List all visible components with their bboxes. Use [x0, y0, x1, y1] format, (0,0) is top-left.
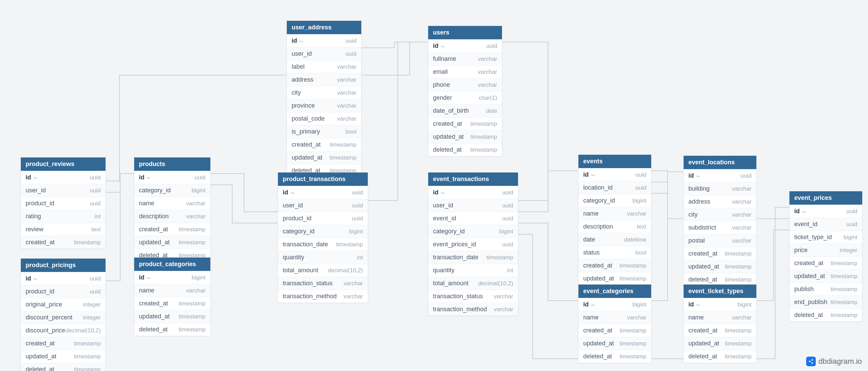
table-header[interactable]: event_prices — [789, 191, 862, 205]
column-row[interactable]: ticket_type_idbigint — [789, 231, 862, 244]
column-row[interactable]: user_iduuid — [278, 199, 368, 212]
column-row[interactable]: created_attimestamp — [428, 117, 502, 130]
column-row[interactable]: subdistrictvarchar — [684, 221, 756, 234]
column-row[interactable]: product_iduuid — [21, 285, 106, 298]
column-row[interactable]: updated_attimestamp — [789, 270, 862, 283]
column-row[interactable]: date_of_birthdate — [428, 104, 502, 117]
column-row[interactable]: addressvarchar — [287, 73, 361, 86]
column-row[interactable]: descriptionvarchar — [134, 210, 210, 223]
table-header[interactable]: event_ticket_types — [684, 285, 756, 298]
table-product_categories[interactable]: product_categoriesidbigintnamevarcharcre… — [134, 257, 211, 336]
column-row[interactable]: iduuid — [21, 272, 106, 285]
column-row[interactable]: phonevarchar — [428, 78, 502, 91]
table-header[interactable]: event_transactions — [428, 173, 518, 186]
column-row[interactable]: fullnamevarchar — [428, 52, 502, 65]
column-row[interactable]: user_iduuid — [287, 47, 361, 60]
table-header[interactable]: event_locations — [684, 156, 756, 169]
column-row[interactable]: idbigint — [684, 298, 756, 311]
column-row[interactable]: reviewtext — [21, 223, 106, 236]
table-product_transactions[interactable]: product_transactionsiduuiduser_iduuidpro… — [278, 172, 368, 303]
column-row[interactable]: ratingint — [21, 210, 106, 223]
column-row[interactable]: provincevarchar — [287, 99, 361, 112]
column-row[interactable]: event_iduuid — [789, 218, 862, 231]
column-row[interactable]: total_amountdecimal(10,2) — [278, 264, 368, 277]
column-row[interactable]: created_attimestamp — [789, 257, 862, 270]
column-row[interactable]: transaction_datetimestamp — [278, 238, 368, 251]
column-row[interactable]: category_idbigint — [428, 225, 518, 238]
column-row[interactable]: updated_attimestamp — [684, 260, 756, 273]
table-product_pricings[interactable]: product_pricingsiduuidproduct_iduuidorig… — [20, 258, 106, 371]
column-row[interactable]: category_idbigint — [134, 184, 210, 197]
column-row[interactable]: created_attimestamp — [684, 324, 756, 337]
column-row[interactable]: updated_attimestamp — [578, 337, 651, 350]
table-header[interactable]: product_transactions — [278, 173, 368, 186]
column-row[interactable]: created_attimestamp — [21, 236, 106, 249]
table-header[interactable]: product_reviews — [21, 157, 106, 171]
column-row[interactable]: cityvarchar — [287, 86, 361, 99]
column-row[interactable]: postal_codevarchar — [287, 112, 361, 125]
column-row[interactable]: created_attimestamp — [578, 324, 651, 337]
column-row[interactable]: transaction_methodvarchar — [278, 290, 368, 303]
column-row[interactable]: transaction_datetimestamp — [428, 251, 518, 264]
column-row[interactable]: updated_attimestamp — [134, 310, 210, 323]
column-row[interactable]: genderchar(1) — [428, 91, 502, 104]
column-row[interactable]: iduuid — [134, 171, 210, 184]
column-row[interactable]: iduuid — [278, 186, 368, 199]
table-products[interactable]: productsiduuidcategory_idbigintnamevarch… — [134, 157, 211, 262]
table-header[interactable]: product_categories — [134, 258, 210, 271]
column-row[interactable]: event_prices_iduuid — [428, 238, 518, 251]
column-row[interactable]: user_iduuid — [21, 184, 106, 197]
table-user_address[interactable]: user_addressiduuiduser_iduuidlabelvarcha… — [286, 20, 362, 177]
column-row[interactable]: transaction_methodvarchar — [428, 303, 518, 316]
table-event_locations[interactable]: event_locationsiduuidbuildingvarcharaddr… — [683, 155, 757, 286]
column-row[interactable]: transaction_statusvarchar — [278, 277, 368, 290]
column-row[interactable]: created_attimestamp — [578, 259, 651, 272]
column-row[interactable]: datedatetime — [578, 233, 651, 246]
column-row[interactable]: updated_attimestamp — [578, 272, 651, 285]
table-users[interactable]: usersiduuidfullnamevarcharemailvarcharph… — [428, 26, 502, 156]
column-row[interactable]: product_iduuid — [21, 197, 106, 210]
column-row[interactable]: iduuid — [428, 39, 502, 52]
column-row[interactable]: product_iduuid — [278, 212, 368, 225]
column-row[interactable]: updated_attimestamp — [134, 236, 210, 249]
column-row[interactable]: quantityint — [428, 264, 518, 277]
table-event_ticket_types[interactable]: event_ticket_typesidbigintnamevarcharcre… — [683, 284, 757, 363]
table-product_reviews[interactable]: product_reviewsiduuiduser_iduuidproduct_… — [20, 157, 106, 249]
column-row[interactable]: labelvarchar — [287, 60, 361, 73]
column-row[interactable]: created_attimestamp — [134, 297, 210, 310]
table-header[interactable]: products — [134, 157, 210, 171]
column-row[interactable]: end_publishtimestamp — [789, 296, 862, 308]
column-row[interactable]: iduuid — [428, 186, 518, 199]
column-row[interactable]: iduuid — [684, 169, 756, 182]
table-header[interactable]: users — [428, 26, 502, 39]
column-row[interactable]: postalvarchar — [684, 234, 756, 247]
column-row[interactable]: namevarchar — [578, 207, 651, 220]
column-row[interactable]: namevarchar — [684, 311, 756, 324]
column-row[interactable]: category_idbigint — [278, 225, 368, 238]
table-events[interactable]: eventsiduuidlocation_iduuidcategory_idbi… — [578, 154, 652, 298]
column-row[interactable]: quantityint — [278, 251, 368, 264]
column-row[interactable]: discount_pricedecimal(10,2) — [21, 324, 106, 337]
column-row[interactable]: total_amountdecimal(10,2) — [428, 277, 518, 290]
column-row[interactable]: namevarchar — [134, 197, 210, 210]
column-row[interactable]: statusbool — [578, 246, 651, 259]
column-row[interactable]: deleted_attimestamp — [789, 308, 862, 321]
column-row[interactable]: cityvarchar — [684, 208, 756, 221]
column-row[interactable]: emailvarchar — [428, 65, 502, 78]
table-event_categories[interactable]: event_categoriesidbigintnamevarcharcreat… — [578, 284, 652, 363]
table-event_prices[interactable]: event_pricesiduuidevent_iduuidticket_typ… — [789, 191, 863, 322]
column-row[interactable]: created_attimestamp — [21, 337, 106, 350]
column-row[interactable]: discount_percentinteger — [21, 311, 106, 324]
column-row[interactable]: event_iduuid — [428, 212, 518, 225]
column-row[interactable]: is_primarybool — [287, 125, 361, 138]
table-event_transactions[interactable]: event_transactionsiduuiduser_iduuidevent… — [428, 172, 518, 316]
column-row[interactable]: deleted_attimestamp — [21, 363, 106, 371]
column-row[interactable]: idbigint — [578, 298, 651, 311]
column-row[interactable]: deleted_attimestamp — [134, 323, 210, 336]
column-row[interactable]: original_priceinteger — [21, 298, 106, 311]
diagram-canvas[interactable]: product_reviewsiduuiduser_iduuidproduct_… — [0, 0, 868, 371]
table-header[interactable]: event_categories — [578, 285, 651, 298]
column-row[interactable]: created_attimestamp — [684, 247, 756, 260]
column-row[interactable]: location_iduuid — [578, 181, 651, 194]
column-row[interactable]: idbigint — [134, 271, 210, 284]
